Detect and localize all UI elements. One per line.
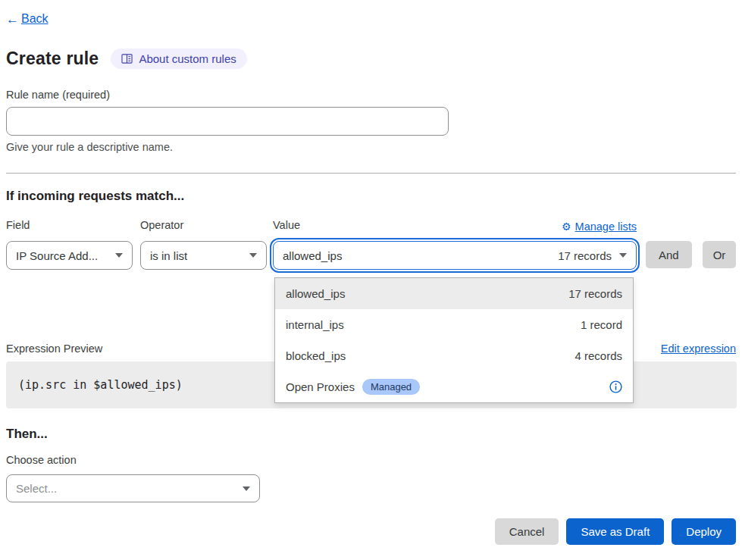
cancel-button[interactable]: Cancel <box>495 518 559 545</box>
value-dropdown-panel: allowed_ips 17 records internal_ips 1 re… <box>274 277 634 403</box>
field-column: Field IP Source Add... <box>6 219 133 270</box>
back-arrow-icon: ← <box>6 13 19 26</box>
list-item-name: internal_ips <box>286 318 344 331</box>
list-item-meta: 17 records <box>568 287 622 300</box>
value-column: Value ⚙ Manage lists allowed_ips 17 reco… <box>273 219 637 270</box>
chevron-down-icon <box>249 253 257 258</box>
list-item-blocked-ips[interactable]: blocked_ips 4 records <box>275 340 633 371</box>
chevron-down-icon <box>115 253 123 258</box>
chevron-down-icon <box>243 486 250 491</box>
back-link[interactable]: ← Back <box>6 12 49 26</box>
rule-name-label: Rule name (required) <box>6 89 110 101</box>
match-condition-row: Field IP Source Add... Operator is in li… <box>6 219 736 270</box>
rule-name-input[interactable] <box>6 107 449 136</box>
list-item-open-proxies[interactable]: Open Proxies Managed <box>275 371 633 402</box>
action-select-placeholder: Select... <box>16 482 57 495</box>
field-label: Field <box>6 219 133 234</box>
gear-icon: ⚙ <box>562 221 571 232</box>
list-item-name: Open Proxies <box>286 380 355 393</box>
title-row: Create rule About custom rules <box>6 48 247 69</box>
field-select-value: IP Source Add... <box>16 249 98 262</box>
deploy-button[interactable]: Deploy <box>672 518 736 545</box>
footer-actions: Cancel Save as Draft Deploy <box>495 518 736 545</box>
rule-name-helper: Give your rule a descriptive name. <box>6 141 173 153</box>
or-button[interactable]: Or <box>703 241 737 268</box>
list-item-meta: 4 records <box>575 349 622 362</box>
value-label: Value <box>273 219 300 234</box>
value-select-value: allowed_ips <box>283 249 342 262</box>
value-header: Value ⚙ Manage lists <box>273 219 637 234</box>
value-select[interactable]: allowed_ips 17 records <box>273 241 637 270</box>
and-button[interactable]: And <box>646 241 692 268</box>
list-item-internal-ips[interactable]: internal_ips 1 record <box>275 309 633 340</box>
match-section-heading: If incoming requests match... <box>6 189 184 204</box>
then-section-heading: Then... <box>6 427 48 442</box>
list-item-name: allowed_ips <box>286 287 345 300</box>
list-item-name: blocked_ips <box>286 349 346 362</box>
about-custom-rules-link[interactable]: About custom rules <box>111 48 246 69</box>
page-title: Create rule <box>6 48 99 69</box>
save-as-draft-button[interactable]: Save as Draft <box>566 518 664 545</box>
list-item-allowed-ips[interactable]: allowed_ips 17 records <box>275 278 633 309</box>
expression-preview-label: Expression Preview <box>6 343 102 355</box>
manage-lists-label: Manage lists <box>575 221 637 233</box>
info-icon[interactable] <box>609 380 622 393</box>
operator-label: Operator <box>140 219 267 234</box>
managed-badge: Managed <box>362 379 420 395</box>
expression-code: (ip.src in $allowed_ips) <box>18 378 183 392</box>
about-badge-label: About custom rules <box>139 52 236 65</box>
section-divider <box>6 173 736 174</box>
manage-lists-link[interactable]: ⚙ Manage lists <box>562 221 637 233</box>
value-select-meta: 17 records <box>558 249 612 262</box>
list-item-meta: 1 record <box>581 318 622 331</box>
chevron-down-icon <box>619 253 627 258</box>
choose-action-label: Choose action <box>6 454 77 466</box>
book-icon <box>121 54 133 64</box>
operator-select-value: is in list <box>150 249 187 262</box>
operator-column: Operator is in list <box>140 219 267 270</box>
back-link-label: Back <box>21 12 49 26</box>
operator-select[interactable]: is in list <box>140 241 267 270</box>
action-select[interactable]: Select... <box>6 474 260 502</box>
edit-expression-link[interactable]: Edit expression <box>661 343 736 355</box>
field-select[interactable]: IP Source Add... <box>6 241 133 270</box>
